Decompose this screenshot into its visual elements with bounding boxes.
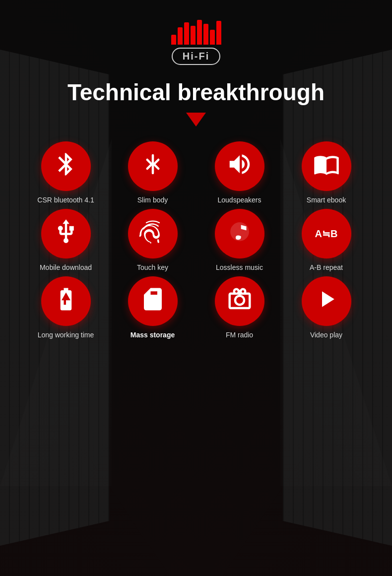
feature-slim-body: Slim body — [112, 141, 194, 204]
ab-icon: A≒B — [315, 229, 338, 239]
feature-circle-smart-ebook — [302, 141, 351, 191]
feature-circle-mobile-download — [41, 209, 91, 258]
feature-smart-ebook: Smart ebook — [285, 141, 367, 204]
feature-label-mobile-download: Mobile download — [40, 263, 92, 271]
feature-label-fm-radio: FM radio — [226, 331, 253, 339]
features-grid: CSR bluetooth 4.1 Slim body Loudspeakers… — [15, 141, 377, 339]
feature-label-video-play: Video play — [310, 331, 342, 339]
feature-long-working: Long working time — [25, 276, 107, 339]
feature-circle-video-play — [302, 276, 351, 326]
feature-mobile-download: Mobile download — [25, 209, 107, 271]
feature-touch-key: Touch key — [112, 209, 194, 271]
feature-circle-touch-key — [128, 209, 178, 258]
feature-circle-mass-storage — [128, 276, 178, 326]
feature-circle-long-working — [41, 276, 91, 326]
ebook-icon — [313, 151, 340, 181]
radio-icon — [226, 286, 253, 316]
feature-circle-fm-radio — [215, 276, 264, 326]
battery-icon — [53, 286, 79, 316]
page-title: Technical breakthrough — [67, 80, 325, 105]
feature-circle-slim-body — [128, 141, 178, 191]
feature-label-mass-storage: Mass storage — [131, 331, 175, 339]
hifi-badge: Hi-Fi — [172, 48, 220, 65]
slim-icon — [139, 151, 166, 181]
feature-circle-csr-bluetooth — [41, 141, 91, 191]
feature-circle-ab-repeat: A≒B — [302, 209, 351, 258]
feature-circle-lossless-music — [215, 209, 264, 258]
feature-label-long-working: Long working time — [38, 331, 94, 339]
feature-ab-repeat: A≒BA-B repeat — [285, 209, 367, 271]
feature-label-slim-body: Slim body — [137, 196, 168, 204]
feature-label-csr-bluetooth: CSR bluetooth 4.1 — [37, 196, 94, 204]
feature-label-ab-repeat: A-B repeat — [310, 263, 343, 271]
feature-loudspeakers: Loudspeakers — [198, 141, 280, 204]
feature-circle-loudspeakers — [215, 141, 264, 191]
feature-video-play: Video play — [285, 276, 367, 339]
usb-icon — [53, 218, 79, 249]
feature-label-smart-ebook: Smart ebook — [307, 196, 346, 204]
play-icon — [313, 286, 340, 316]
feature-csr-bluetooth: CSR bluetooth 4.1 — [25, 141, 107, 204]
down-arrow-icon — [186, 113, 206, 127]
speaker-icon — [226, 151, 253, 181]
feature-lossless-music: Lossless music — [198, 209, 280, 271]
hifi-section: Hi-Fi — [171, 20, 221, 65]
sdcard-icon — [139, 286, 166, 316]
feature-mass-storage: Mass storage — [112, 276, 194, 339]
music-icon — [226, 218, 253, 249]
fingerprint-icon — [139, 218, 166, 249]
feature-label-touch-key: Touch key — [137, 263, 168, 271]
feature-fm-radio: FM radio — [198, 276, 280, 339]
feature-label-loudspeakers: Loudspeakers — [218, 196, 261, 204]
eq-bars — [171, 20, 221, 45]
bluetooth-icon — [53, 151, 79, 181]
feature-label-lossless-music: Lossless music — [216, 263, 263, 271]
